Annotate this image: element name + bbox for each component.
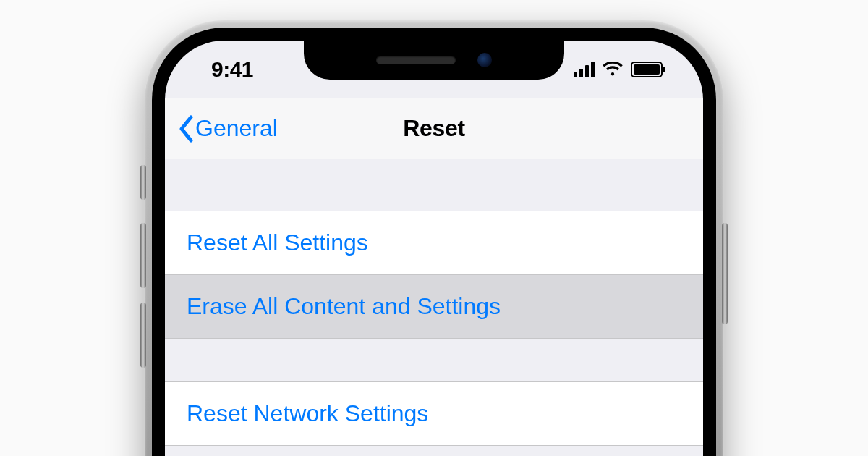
side-button	[722, 223, 728, 324]
reset-network-settings-cell[interactable]: Reset Network Settings	[165, 382, 703, 446]
volume-up-button	[140, 223, 146, 288]
phone-frame: 9:41	[145, 20, 723, 456]
group-spacer	[165, 339, 703, 382]
chevron-left-icon	[178, 115, 194, 143]
erase-all-content-cell[interactable]: Erase All Content and Settings	[165, 275, 703, 339]
cellular-signal-icon	[574, 62, 595, 77]
page-title: Reset	[403, 115, 465, 142]
volume-down-button	[140, 303, 146, 368]
notch	[304, 41, 564, 80]
settings-list[interactable]: Reset All Settings Erase All Content and…	[165, 159, 703, 456]
navigation-bar: General Reset	[165, 98, 703, 159]
group-spacer	[165, 159, 703, 211]
cell-label: Reset All Settings	[187, 229, 368, 256]
screen: 9:41	[165, 41, 703, 456]
front-camera	[477, 53, 492, 67]
cell-label: Erase All Content and Settings	[187, 293, 501, 320]
speaker-grill	[376, 56, 456, 64]
back-button[interactable]: General	[178, 115, 278, 143]
battery-icon	[631, 62, 663, 77]
back-button-label: General	[195, 115, 278, 142]
mute-switch	[140, 165, 146, 200]
status-time: 9:41	[211, 57, 253, 82]
reset-all-settings-cell[interactable]: Reset All Settings	[165, 211, 703, 275]
cell-label: Reset Network Settings	[187, 400, 428, 427]
wifi-icon	[602, 62, 624, 77]
